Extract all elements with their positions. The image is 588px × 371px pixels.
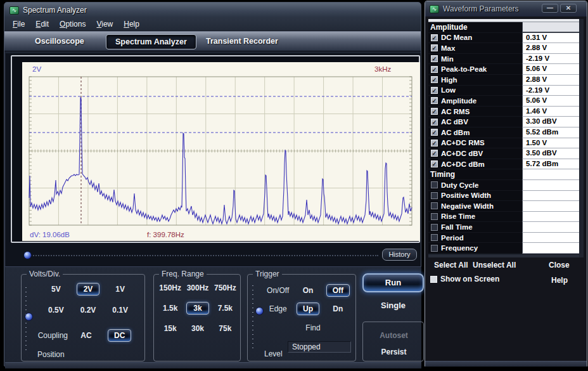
param-checkbox[interactable]: ✓ bbox=[431, 34, 438, 41]
param-value-cell: 5.52 dBm bbox=[522, 127, 579, 138]
freq-grid: 150Hz300Hz750Hz1.5k3k7.5k15k30k75k bbox=[157, 282, 239, 335]
freq-option-75k[interactable]: 75k bbox=[219, 324, 231, 333]
plot-scrollbar-track[interactable] bbox=[26, 255, 378, 256]
menu-options[interactable]: Options bbox=[60, 20, 86, 29]
param-checkbox[interactable]: ✓ bbox=[431, 129, 438, 136]
param-value-cell: 0.31 V bbox=[522, 33, 579, 44]
param-checkbox[interactable]: ✓ bbox=[431, 55, 438, 62]
param-value-cell: 1.46 V bbox=[522, 107, 579, 117]
volts-option-1v[interactable]: 1V bbox=[115, 285, 125, 294]
trigger-status-field[interactable]: Stopped bbox=[288, 341, 351, 353]
param-row-negative-width: Negative Width bbox=[428, 201, 579, 212]
param-label-cell: ✓AC RMS bbox=[428, 107, 522, 117]
param-checkbox[interactable]: ✓ bbox=[431, 108, 438, 115]
menu-view[interactable]: View bbox=[96, 20, 113, 29]
param-value-cell: 2.88 V bbox=[522, 75, 579, 86]
volts-option-0-5v[interactable]: 0.5V bbox=[48, 306, 64, 315]
param-label-cell: Amplitude bbox=[428, 22, 522, 33]
param-label-cell: Frequency bbox=[428, 243, 522, 254]
coupling-option-ac[interactable]: AC bbox=[80, 331, 91, 340]
freq-option-750hz[interactable]: 750Hz bbox=[214, 283, 236, 292]
trigger-onoff-on[interactable]: On bbox=[303, 286, 314, 295]
plot-scrollbar-thumb[interactable] bbox=[23, 251, 32, 259]
freq-option-1-5k[interactable]: 1.5k bbox=[163, 304, 177, 313]
coupling-option-dc[interactable]: DC bbox=[108, 329, 131, 342]
tab-transient-recorder[interactable]: Transient Recorder bbox=[206, 37, 278, 46]
run-button[interactable]: Run bbox=[362, 273, 424, 292]
volts-option-0-2v[interactable]: 0.2V bbox=[80, 306, 96, 315]
dv-cursor-readout: dV: 19.06dB bbox=[30, 231, 70, 238]
param-checkbox[interactable]: ✓ bbox=[431, 140, 438, 146]
param-checkbox[interactable]: ✓ bbox=[431, 76, 438, 83]
persist-button[interactable]: Persist bbox=[363, 348, 425, 356]
param-checkbox[interactable]: ✓ bbox=[431, 87, 438, 94]
menu-edit[interactable]: Edit bbox=[35, 20, 49, 29]
find-button[interactable]: Find bbox=[291, 323, 335, 332]
param-checkbox[interactable] bbox=[431, 234, 438, 241]
spectrum-plot[interactable]: 2V3kHzdV: 19.06dBf: 399.78Hz bbox=[22, 62, 420, 241]
param-checkbox[interactable] bbox=[431, 245, 438, 252]
param-checkbox[interactable]: ✓ bbox=[431, 97, 438, 104]
trigger-edge-up[interactable]: Up bbox=[297, 303, 319, 315]
param-value-cell bbox=[522, 222, 579, 233]
show-on-screen-label: Show on Screen bbox=[440, 275, 499, 283]
list-vscrollbar[interactable] bbox=[579, 19, 584, 257]
freq-option-300hz[interactable]: 300Hz bbox=[187, 283, 209, 292]
param-checkbox[interactable] bbox=[431, 181, 438, 188]
param-label: Frequency bbox=[441, 244, 478, 252]
trigger-onoff-off[interactable]: Off bbox=[326, 284, 350, 297]
freq-span-label: 3kHz bbox=[374, 65, 391, 73]
volts-option-0-1v[interactable]: 0.1V bbox=[112, 306, 128, 315]
param-label-cell: Timing bbox=[428, 169, 522, 180]
freq-option-30k[interactable]: 30k bbox=[191, 324, 204, 333]
show-on-screen-option[interactable]: Show on Screen bbox=[430, 275, 499, 283]
param-value-cell bbox=[522, 212, 579, 223]
tab-oscilloscope[interactable]: Oscilloscope bbox=[35, 37, 84, 46]
single-button[interactable]: Single bbox=[362, 301, 424, 310]
menu-help[interactable]: Help bbox=[124, 20, 139, 29]
freq-option-150hz[interactable]: 150Hz bbox=[159, 283, 181, 292]
select-all-button[interactable]: Select All bbox=[434, 261, 468, 270]
param-value-cell: 3.50 dBV bbox=[522, 148, 579, 159]
param-checkbox[interactable] bbox=[431, 202, 438, 209]
param-row-ac-dc-rms: ✓AC+DC RMS1.50 V bbox=[428, 138, 579, 149]
tab-spectrum-analyzer[interactable]: Spectrum Analyzer bbox=[106, 34, 196, 49]
show-on-screen-checkbox[interactable] bbox=[430, 276, 437, 283]
minimize-button[interactable]: — bbox=[542, 4, 558, 13]
freq-option-3k[interactable]: 3k bbox=[186, 302, 209, 315]
help-button[interactable]: Help bbox=[551, 276, 568, 285]
param-label-cell: Positive Width bbox=[428, 191, 522, 202]
param-checkbox[interactable] bbox=[431, 213, 438, 220]
trigger-edge-label: Edge bbox=[269, 304, 287, 313]
list-hscrollbar[interactable] bbox=[428, 254, 579, 257]
close-button[interactable]: Close bbox=[549, 261, 570, 270]
volts-option-2v[interactable]: 2V bbox=[77, 283, 99, 296]
param-checkbox[interactable]: ✓ bbox=[431, 66, 438, 73]
param-label: AC+DC dBm bbox=[441, 160, 485, 168]
autoset-persist-group: Autoset Persist bbox=[362, 322, 424, 361]
param-value-cell: 5.06 V bbox=[522, 64, 579, 75]
close-window-button[interactable]: ✕ bbox=[560, 4, 577, 13]
unselect-all-button[interactable]: Unselect All bbox=[473, 261, 516, 270]
param-row-low: ✓Low-2.19 V bbox=[428, 86, 579, 96]
param-value-cell bbox=[522, 180, 579, 191]
param-checkbox[interactable]: ✓ bbox=[431, 44, 438, 51]
autoset-button[interactable]: Autoset bbox=[363, 331, 425, 340]
volts-option-5v[interactable]: 5V bbox=[51, 285, 61, 294]
params-app-icon: ∿ bbox=[430, 5, 439, 13]
freq-option-15k[interactable]: 15k bbox=[164, 324, 177, 333]
trigger-edge-dn[interactable]: Dn bbox=[333, 304, 343, 313]
param-checkbox[interactable] bbox=[431, 192, 438, 199]
main-title-bar[interactable]: ∿ Spectrum Analyzer bbox=[4, 3, 421, 18]
history-button[interactable]: History bbox=[382, 249, 417, 261]
param-checkbox[interactable]: ✓ bbox=[431, 119, 438, 126]
param-checkbox[interactable] bbox=[431, 224, 438, 231]
position-slider-thumb[interactable] bbox=[25, 313, 33, 321]
menu-file[interactable]: File bbox=[13, 20, 25, 29]
param-row-fall-time: Fall Time bbox=[428, 222, 579, 233]
param-checkbox[interactable]: ✓ bbox=[431, 160, 438, 167]
param-label: Period bbox=[441, 234, 464, 242]
param-label: AC dBV bbox=[441, 118, 468, 126]
param-checkbox[interactable]: ✓ bbox=[431, 150, 438, 157]
freq-option-7-5k[interactable]: 7.5k bbox=[218, 304, 233, 313]
